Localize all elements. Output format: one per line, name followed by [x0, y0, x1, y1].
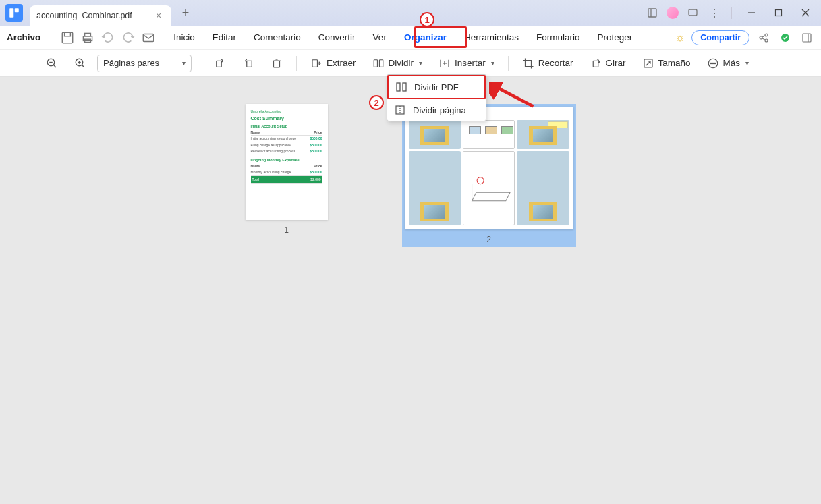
- dropdown-item-split-page[interactable]: Dividir página: [387, 99, 486, 121]
- tab-close-icon[interactable]: ×: [152, 9, 165, 22]
- bulb-icon[interactable]: ☼: [675, 32, 685, 44]
- svg-rect-21: [803, 34, 811, 42]
- svg-line-27: [82, 65, 84, 67]
- chevron-down-icon: ▾: [745, 59, 749, 67]
- avatar-icon[interactable]: [667, 7, 679, 19]
- zoom-out-button[interactable]: [40, 55, 63, 72]
- redo-icon[interactable]: [121, 30, 136, 45]
- svg-rect-2: [648, 9, 656, 17]
- more-button[interactable]: Más▾: [702, 55, 755, 72]
- cloud-check-icon[interactable]: [778, 30, 793, 45]
- print-icon[interactable]: [80, 30, 95, 45]
- annotation-badge-1: 1: [420, 12, 434, 27]
- app-logo-icon: [5, 4, 23, 22]
- menu-herramientas[interactable]: Herramientas: [461, 31, 521, 44]
- undo-icon[interactable]: [101, 30, 115, 45]
- dropdown-item-split-pdf[interactable]: Dividir PDF: [387, 75, 486, 99]
- svg-line-18: [762, 36, 765, 37]
- svg-marker-50: [472, 192, 509, 201]
- svg-point-16: [765, 34, 768, 36]
- link-icon[interactable]: [756, 30, 771, 45]
- zoom-in-button[interactable]: [69, 55, 92, 72]
- svg-rect-44: [397, 83, 400, 91]
- page-thumbnail-2-selected[interactable]: THE SEA HOUSE 2: [402, 104, 576, 247]
- svg-rect-36: [374, 59, 377, 67]
- share-button[interactable]: Compartir: [691, 30, 749, 45]
- svg-line-24: [53, 65, 56, 67]
- svg-point-41: [710, 63, 712, 64]
- svg-point-17: [765, 39, 768, 42]
- svg-point-15: [760, 36, 762, 39]
- toolbar: Páginas pares ▾ Extraer Dividir▾ Inserta…: [0, 50, 821, 77]
- annotation-highlight-1: [414, 26, 467, 48]
- chevron-down-icon: ▾: [491, 59, 494, 67]
- insert-button[interactable]: Insertar▾: [433, 55, 500, 72]
- page-preview-canvas: Umbrella Accounting Cost Summary Initial…: [0, 77, 821, 504]
- svg-point-43: [714, 63, 716, 64]
- page-filter-select[interactable]: Páginas pares ▾: [97, 55, 192, 72]
- crop-button[interactable]: Recortar: [517, 55, 579, 72]
- split-button[interactable]: Dividir▾: [367, 55, 428, 72]
- menu-comentario[interactable]: Comentario: [251, 31, 304, 44]
- split-page-icon: [394, 104, 406, 116]
- svg-rect-30: [217, 61, 222, 67]
- close-window-button[interactable]: [795, 3, 816, 22]
- menu-proteger[interactable]: Proteger: [594, 31, 635, 44]
- menu-ver[interactable]: Ver: [370, 31, 389, 44]
- svg-rect-0: [9, 8, 13, 18]
- page-number-1: 1: [284, 225, 289, 235]
- svg-line-19: [762, 38, 765, 40]
- chat-icon[interactable]: [685, 5, 700, 20]
- menu-file[interactable]: Archivo: [7, 32, 40, 43]
- menu-inicio[interactable]: Inicio: [171, 31, 198, 44]
- tab-document[interactable]: accounting_Combinar.pdf ×: [30, 5, 171, 26]
- split-dropdown: Dividir PDF Dividir página 2: [387, 74, 486, 121]
- kebab-icon[interactable]: ⋮: [707, 5, 722, 20]
- menu-formulario[interactable]: Formulario: [534, 31, 583, 44]
- rotate-right-button[interactable]: [237, 55, 260, 72]
- size-button[interactable]: Tamaño: [637, 55, 696, 72]
- maximize-button[interactable]: [768, 3, 789, 22]
- chevron-down-icon: ▾: [419, 59, 422, 67]
- svg-point-42: [712, 63, 714, 64]
- panel-right-icon[interactable]: [799, 30, 814, 45]
- minimize-button[interactable]: [741, 3, 762, 22]
- svg-rect-37: [379, 59, 383, 67]
- save-icon[interactable]: [60, 30, 75, 45]
- annotation-badge-2: 2: [369, 95, 384, 110]
- svg-rect-14: [144, 34, 154, 41]
- svg-rect-9: [63, 32, 73, 43]
- svg-point-52: [477, 177, 484, 184]
- mail-icon[interactable]: [141, 30, 156, 45]
- panel-icon[interactable]: [645, 5, 660, 20]
- menubar: Archivo Inicio Editar Comentario Convert…: [0, 26, 821, 50]
- svg-line-49: [494, 86, 534, 107]
- page-number-2: 2: [486, 235, 491, 244]
- svg-rect-1: [15, 8, 19, 12]
- split-pdf-icon: [395, 81, 407, 93]
- menu-editar[interactable]: Editar: [210, 31, 239, 44]
- svg-rect-45: [403, 83, 406, 91]
- svg-rect-35: [312, 59, 318, 67]
- svg-rect-32: [274, 61, 280, 67]
- rotate-left-button[interactable]: [208, 55, 231, 72]
- svg-rect-10: [65, 32, 71, 36]
- svg-rect-4: [689, 9, 697, 16]
- page-thumbnail-1[interactable]: Umbrella Accounting Cost Summary Initial…: [246, 104, 328, 235]
- svg-rect-12: [85, 33, 91, 36]
- titlebar: accounting_Combinar.pdf × + ⋮: [0, 0, 821, 26]
- svg-rect-38: [593, 61, 598, 67]
- delete-button[interactable]: [265, 55, 288, 72]
- extract-button[interactable]: Extraer: [305, 55, 362, 72]
- svg-rect-31: [247, 61, 252, 67]
- annotation-arrow: [489, 82, 540, 113]
- new-tab-button[interactable]: +: [177, 4, 194, 22]
- tab-title: accounting_Combinar.pdf: [36, 11, 132, 20]
- svg-rect-6: [776, 10, 782, 16]
- menu-convertir[interactable]: Convertir: [316, 31, 358, 44]
- chevron-down-icon: ▾: [182, 59, 186, 67]
- rotate-button[interactable]: Girar: [584, 55, 631, 72]
